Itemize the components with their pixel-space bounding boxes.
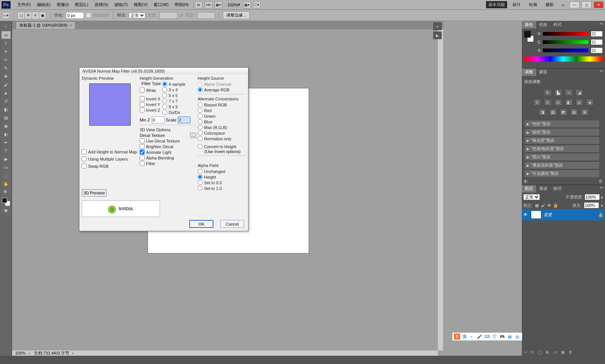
color-swatch[interactable]: [2, 198, 10, 206]
menu-filter[interactable]: 滤镜(T): [111, 0, 131, 9]
preset-exposure[interactable]: ▶"曝光度"预设: [524, 136, 600, 144]
selection-new-icon[interactable]: ◻: [17, 12, 25, 19]
layer-thumbnail[interactable]: [531, 211, 541, 219]
vertical-scrollbar[interactable]: [438, 29, 443, 350]
delete-layer-icon[interactable]: 🗑: [568, 350, 573, 354]
tab-paths[interactable]: 路径: [550, 185, 565, 193]
blue-radio[interactable]: Blue: [198, 119, 246, 124]
minibridge-icon[interactable]: Mb: [205, 2, 212, 8]
height-radio[interactable]: Height: [198, 174, 246, 180]
colorspace-radio[interactable]: Colorspace: [198, 130, 246, 136]
workspace-painting[interactable]: 绘画: [526, 2, 540, 8]
panel-menu-icon[interactable]: ▾≡: [598, 21, 605, 29]
history-panel-icon[interactable]: ≡: [433, 23, 442, 30]
wrap-checkbox[interactable]: Wrap: [140, 87, 162, 93]
brighten-decal-checkbox[interactable]: Brighten Decal: [140, 144, 196, 149]
b-slider[interactable]: [543, 49, 588, 52]
tab-swatches[interactable]: 色板: [536, 21, 550, 29]
bridge-icon[interactable]: Br: [195, 2, 203, 8]
type-tool[interactable]: T: [2, 147, 11, 155]
quick-mask-tool[interactable]: ◙: [2, 206, 11, 214]
ime-mic-icon[interactable]: 🎤: [477, 334, 483, 340]
gradient-map-icon[interactable]: ▤: [570, 109, 578, 115]
opacity-input[interactable]: [585, 194, 600, 200]
spectrum-bar[interactable]: [524, 56, 603, 62]
red-radio[interactable]: Red: [198, 108, 246, 113]
selection-add-icon[interactable]: ⧉: [24, 12, 32, 19]
cancel-button[interactable]: Cancel: [220, 220, 244, 228]
set1-radio[interactable]: Set to 1.0: [198, 185, 246, 191]
link-layers-icon[interactable]: ∞: [524, 350, 527, 354]
selection-intersect-icon[interactable]: ▣: [39, 12, 46, 19]
zoom-level[interactable]: 100%: [12, 351, 29, 355]
horizontal-scrollbar[interactable]: 100% ▸ 文档:732.4K/0 字节 ▸: [12, 350, 438, 356]
blend-mode-select[interactable]: 正常: [523, 194, 540, 200]
filter-checkbox[interactable]: Filter: [140, 161, 196, 166]
vibrance-icon[interactable]: V: [533, 99, 541, 106]
max-rgb-radio[interactable]: Max (R,G,B): [198, 124, 246, 130]
normalize-radio[interactable]: Normalize only: [198, 136, 246, 141]
workspace-design[interactable]: 设计: [509, 2, 524, 8]
g-slider[interactable]: [543, 40, 588, 44]
lock-pixels-icon[interactable]: 🖌: [541, 203, 545, 208]
fill-input[interactable]: [584, 202, 599, 208]
visibility-icon[interactable]: 👁: [523, 212, 529, 217]
lock-all-icon[interactable]: 🔒: [553, 203, 558, 208]
dodge-tool[interactable]: ◐: [2, 130, 11, 138]
group-icon[interactable]: ▭: [553, 350, 557, 355]
ime-lang[interactable]: 英: [462, 334, 468, 340]
zoom-select[interactable]: 100% ▾: [224, 0, 243, 9]
tab-channels[interactable]: 通道: [536, 185, 550, 193]
photo-filter-icon[interactable]: ◎: [576, 99, 583, 106]
alpha-blending-checkbox[interactable]: Alpha Blending: [140, 155, 196, 161]
multiple-layers-checkbox[interactable]: Using Multiple Layers: [82, 156, 138, 162]
panel-menu-icon[interactable]: ▾≡: [598, 68, 605, 76]
document-tab[interactable]: 未标题-1 @ 100%(RGB/8) ×: [16, 21, 75, 29]
stamp-tool[interactable]: ▲: [2, 89, 11, 97]
menu-help[interactable]: 帮助(H): [172, 0, 192, 9]
menu-select[interactable]: 选择(S): [91, 0, 111, 9]
add-height-checkbox[interactable]: Add Height to Normal Map: [82, 149, 138, 155]
ime-logo-icon[interactable]: S: [454, 334, 460, 340]
invert-z-checkbox[interactable]: Invert Z: [140, 107, 162, 113]
unchanged-radio[interactable]: Unchanged: [198, 168, 246, 174]
ime-menu-icon[interactable]: ▤: [514, 334, 520, 340]
brush-tool[interactable]: 🖌: [2, 81, 11, 88]
document-tab-close-icon[interactable]: ×: [70, 23, 72, 27]
tab-masks[interactable]: 蒙版: [536, 68, 550, 76]
panel-menu-icon[interactable]: ▾≡: [598, 185, 605, 193]
average-rgb-radio[interactable]: Average RGB: [198, 87, 246, 93]
invert-icon[interactable]: ◨: [539, 109, 546, 115]
foreground-color[interactable]: [2, 198, 7, 203]
quick-select-tool[interactable]: ✶: [2, 48, 11, 55]
ime-bar[interactable]: S 英 •, 🎤 ⌨ 👕 🎮 ▦ ▤: [452, 332, 522, 341]
color-balance-icon[interactable]: ⚖: [555, 99, 562, 106]
g-input[interactable]: [591, 39, 603, 45]
new-layer-icon[interactable]: ▣: [561, 350, 565, 355]
eyedropper-tool[interactable]: ✎: [2, 64, 11, 72]
tab-styles[interactable]: 样式: [550, 21, 565, 29]
pen-tool[interactable]: ✒: [2, 139, 11, 146]
tool-preset-icon[interactable]: ▭▾: [2, 12, 10, 19]
workspace-essentials[interactable]: 基本功能: [486, 1, 507, 8]
brightness-icon[interactable]: ☀: [544, 89, 552, 96]
gradient-tool[interactable]: ▤: [2, 114, 11, 121]
refine-edge-button[interactable]: 调整边缘...: [223, 11, 250, 19]
move-tool[interactable]: ↔: [2, 23, 11, 30]
menu-window[interactable]: 窗口(W): [151, 0, 172, 9]
green-radio[interactable]: Green: [198, 113, 246, 119]
ok-button[interactable]: OK: [189, 220, 213, 228]
adjust-clip-icon[interactable]: ◧: [524, 179, 528, 184]
selection-subtract-icon[interactable]: ⧈: [32, 12, 39, 19]
lock-transparency-icon[interactable]: ▦: [535, 203, 539, 208]
threshold-icon[interactable]: ◩: [560, 109, 567, 115]
opacity-dropdown-icon[interactable]: ▸: [601, 195, 603, 200]
view-extras-icon[interactable]: ▦▾: [215, 2, 222, 8]
fill-dropdown-icon[interactable]: ▸: [601, 203, 603, 208]
style-select[interactable]: 正常: [129, 12, 145, 18]
workspace-photography[interactable]: 摄影: [543, 2, 557, 8]
preset-hue[interactable]: ▶"色相/饱和度"预设: [524, 145, 600, 153]
screen-mode-icon[interactable]: 🖵▾: [253, 2, 261, 8]
layer-name[interactable]: 背景: [544, 212, 552, 218]
preset-curves[interactable]: ▶"曲线"预设: [524, 128, 600, 136]
